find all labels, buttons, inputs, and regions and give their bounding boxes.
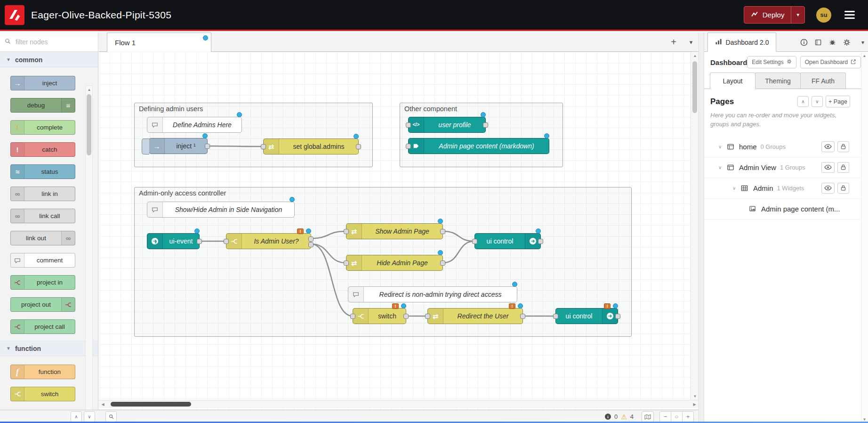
scroll-left-icon[interactable]: ◀ bbox=[99, 400, 107, 408]
move-up-button[interactable]: ∧ bbox=[797, 96, 809, 107]
move-down-button[interactable]: ∨ bbox=[812, 96, 823, 107]
chevron-down-icon[interactable]: ∨ bbox=[732, 186, 741, 191]
palette-node-project-call[interactable]: project call bbox=[10, 319, 75, 334]
node-port-output[interactable] bbox=[440, 260, 445, 266]
flow-node-inject[interactable]: →inject ¹ bbox=[149, 138, 208, 154]
tab-dashboard-2[interactable]: Dashboard 2.0 bbox=[707, 33, 776, 52]
palette-node-switch[interactable]: switch bbox=[10, 387, 75, 401]
flow-node-is-admin-user[interactable]: Is Admin User? bbox=[226, 233, 311, 249]
zoom-out-button[interactable]: − bbox=[659, 411, 671, 422]
tab-ff-auth[interactable]: FF Auth bbox=[800, 73, 846, 89]
flow-node-set-global-admins[interactable]: ⇄set global.admins bbox=[263, 138, 359, 155]
node-port-input[interactable] bbox=[350, 314, 355, 319]
palette-scroll-thumb[interactable] bbox=[87, 94, 91, 155]
tab-theming[interactable]: Theming bbox=[755, 73, 801, 89]
flow-node-define-admins-comment[interactable]: Define Admins Here bbox=[147, 117, 242, 133]
scroll-right-icon[interactable]: ▶ bbox=[691, 400, 699, 408]
chevron-down-icon[interactable]: ∨ bbox=[718, 144, 727, 149]
node-port-output[interactable] bbox=[403, 314, 409, 319]
open-dashboard-button[interactable]: Open Dashboard bbox=[800, 56, 861, 68]
visibility-button[interactable] bbox=[821, 141, 835, 152]
flow-node-switch[interactable]: switch bbox=[353, 308, 406, 324]
canvas-vscrollbar[interactable]: ▲ ▼ bbox=[691, 52, 699, 400]
node-port-output[interactable] bbox=[197, 239, 202, 244]
flow-canvas[interactable]: Defining admin usersOther componentAdmin… bbox=[99, 52, 699, 410]
flow-node-ui-event[interactable]: ui-event bbox=[147, 233, 200, 249]
palette-scrollbar[interactable]: ▲ ▼ bbox=[85, 85, 93, 410]
node-port-input[interactable] bbox=[472, 239, 477, 244]
lock-button[interactable] bbox=[837, 141, 849, 152]
add-page-button[interactable]: + Page bbox=[826, 96, 850, 107]
palette-node-status[interactable]: ≈status bbox=[10, 164, 75, 179]
add-flow-button[interactable]: + bbox=[667, 36, 680, 48]
collapse-down-button[interactable]: ∨ bbox=[84, 411, 95, 422]
node-port-output[interactable] bbox=[205, 144, 210, 149]
flow-node-redirect-the-user[interactable]: ⇄Redirect the User bbox=[427, 308, 523, 324]
debug-bug-icon[interactable] bbox=[829, 39, 836, 46]
collapse-up-button[interactable]: ∧ bbox=[71, 411, 82, 422]
scroll-up-icon[interactable]: ▲ bbox=[85, 86, 93, 93]
info-icon[interactable] bbox=[800, 39, 808, 46]
canvas-hscrollbar[interactable]: ◀ ▶ bbox=[99, 400, 699, 408]
flow-node-ui-control-1[interactable]: ui control bbox=[474, 233, 541, 249]
visibility-button[interactable] bbox=[821, 162, 835, 173]
scroll-up-icon[interactable]: ▲ bbox=[860, 52, 868, 59]
flow-node-show-admin-page[interactable]: ⇄Show Admin Page bbox=[346, 223, 443, 239]
sidebar-scrollbar[interactable]: ▲ ▼ bbox=[861, 52, 868, 423]
flow-node-redirect-comment[interactable]: Redirect is non-admin trying direct acce… bbox=[348, 286, 517, 302]
page-row-admin-page-content-m-[interactable]: Admin page content (m... bbox=[704, 199, 868, 220]
palette-node-inject[interactable]: →inject bbox=[10, 76, 75, 90]
node-port-input[interactable] bbox=[344, 260, 349, 266]
gear-icon[interactable] bbox=[843, 39, 851, 46]
edit-settings-button[interactable]: Edit Settings bbox=[747, 56, 796, 68]
wire[interactable] bbox=[311, 244, 353, 316]
tab-layout[interactable]: Layout bbox=[710, 73, 755, 89]
node-port-input[interactable] bbox=[261, 144, 266, 149]
palette-category-function[interactable]: ▼function bbox=[0, 341, 98, 356]
node-port-output[interactable] bbox=[308, 236, 313, 242]
palette-node-link-call[interactable]: ∞link call bbox=[10, 209, 75, 223]
deploy-options-caret[interactable]: ▾ bbox=[791, 7, 804, 23]
info-count-icon[interactable]: i bbox=[605, 414, 611, 420]
palette-filter-input[interactable] bbox=[15, 38, 80, 46]
wire[interactable] bbox=[443, 241, 474, 263]
scroll-up-icon[interactable]: ▲ bbox=[691, 52, 699, 59]
node-port-input[interactable] bbox=[224, 239, 229, 244]
help-book-icon[interactable] bbox=[815, 39, 822, 46]
page-row-admin-view[interactable]: ∨Admin View1 Groups bbox=[704, 157, 868, 178]
palette-node-complete[interactable]: !complete bbox=[10, 120, 75, 135]
flow-node-show-hide-comment[interactable]: Show/Hide Admin in Side Navigation bbox=[147, 202, 295, 218]
node-port-input[interactable] bbox=[406, 144, 411, 149]
palette-node-catch[interactable]: !catch bbox=[10, 142, 75, 157]
wire[interactable] bbox=[311, 244, 346, 263]
zoom-reset-button[interactable]: ○ bbox=[671, 411, 683, 422]
search-flows-button[interactable] bbox=[105, 411, 117, 422]
hscroll-thumb[interactable] bbox=[111, 402, 191, 407]
flow-node-admin-page-content[interactable]: Admin page content (markdown) bbox=[408, 138, 549, 154]
flow-node-hide-admin-page[interactable]: ⇄Hide Admin Page bbox=[346, 255, 443, 271]
palette-category-common[interactable]: ▼common bbox=[0, 52, 98, 67]
sidebar-splitter[interactable] bbox=[699, 33, 704, 423]
flow-node-ui-control-2[interactable]: ui control bbox=[555, 308, 618, 324]
node-port-input[interactable] bbox=[553, 314, 558, 319]
flow-list-button[interactable]: ▾ bbox=[685, 36, 697, 48]
warning-icon[interactable]: ⚠ bbox=[621, 414, 627, 420]
flow-node-user-profile[interactable]: </>user profile bbox=[408, 117, 486, 133]
page-row-admin[interactable]: ∨Admin1 Widgets bbox=[704, 178, 868, 199]
palette-node-project-in[interactable]: project in bbox=[10, 275, 75, 290]
user-avatar[interactable]: su bbox=[816, 8, 831, 23]
node-port-input[interactable] bbox=[425, 314, 430, 319]
node-port-output[interactable] bbox=[520, 314, 525, 319]
wire[interactable] bbox=[208, 146, 263, 146]
node-port-output[interactable] bbox=[483, 122, 488, 128]
node-port-output[interactable] bbox=[615, 314, 620, 319]
wire[interactable] bbox=[311, 231, 346, 238]
visibility-button[interactable] bbox=[821, 183, 835, 194]
scroll-down-icon[interactable]: ▼ bbox=[691, 392, 699, 400]
palette-node-debug[interactable]: ≡debug bbox=[10, 98, 75, 113]
sidebar-menu-caret[interactable]: ▾ bbox=[861, 39, 864, 46]
inject-trigger-button[interactable] bbox=[142, 138, 149, 155]
lock-button[interactable] bbox=[837, 183, 849, 194]
navigator-toggle-button[interactable] bbox=[642, 411, 654, 422]
wire[interactable] bbox=[443, 231, 474, 241]
